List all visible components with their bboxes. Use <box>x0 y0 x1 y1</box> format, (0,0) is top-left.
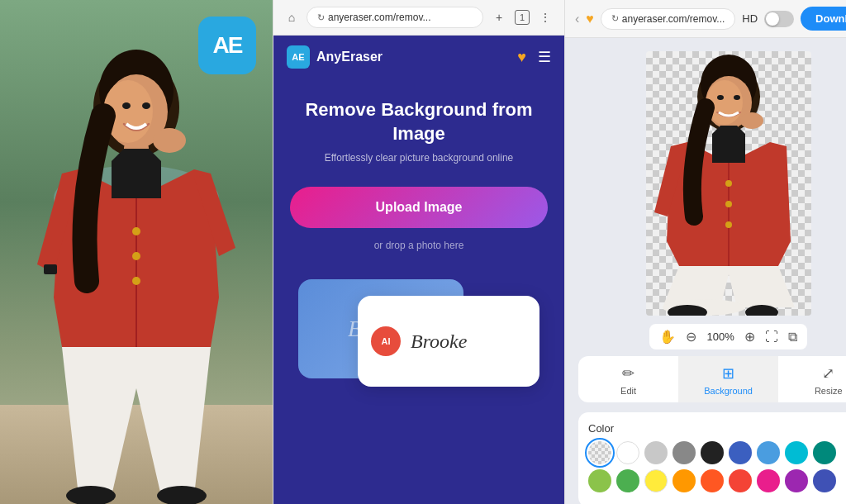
result-image <box>646 51 811 316</box>
desktop-url-text: anyeraser.com/remov... <box>622 13 725 25</box>
home-icon[interactable]: ⌂ <box>283 9 300 26</box>
download-button[interactable]: Download <box>801 7 846 31</box>
color-swatch-black[interactable] <box>701 441 724 464</box>
tab-resize-label: Resize <box>815 386 843 396</box>
color-swatch-teal[interactable] <box>813 441 836 464</box>
mobile-url-bar[interactable]: ↻ anyeraser.com/remov... <box>307 7 483 28</box>
desktop-url-bar[interactable]: ↻ anyeraser.com/remov... <box>601 8 736 30</box>
app-header-right: ♥ ☰ <box>517 48 551 66</box>
color-swatch-green[interactable] <box>616 469 639 492</box>
color-swatch-transparent[interactable] <box>588 441 611 464</box>
ai-badge: AI <box>371 326 401 356</box>
back-arrow-icon[interactable]: ‹ <box>575 12 579 26</box>
color-swatch-darkgray[interactable] <box>673 441 696 464</box>
color-swatch-blue1[interactable] <box>729 441 752 464</box>
svg-point-19 <box>717 95 724 100</box>
hand-icon[interactable]: ✋ <box>659 329 676 345</box>
card-front: AI Brooke <box>358 296 539 387</box>
ae-logo: AE <box>198 17 256 74</box>
ae-logo-text: AE <box>213 32 242 59</box>
color-row-2 <box>588 469 846 492</box>
zoom-out-icon[interactable]: ⊖ <box>686 329 696 345</box>
color-row-1 <box>588 441 846 464</box>
zoom-level-text: 100% <box>706 330 734 343</box>
color-panel: Color <box>578 412 846 504</box>
reload-icon: ↻ <box>317 12 325 23</box>
color-swatch-pink[interactable] <box>757 469 780 492</box>
tab-background-label: Background <box>704 386 753 396</box>
svg-point-25 <box>725 201 732 207</box>
tab-count-icon[interactable]: 1 <box>515 10 530 25</box>
tab-background[interactable]: ⊞ Background <box>678 356 778 402</box>
color-swatch-cyan[interactable] <box>785 441 808 464</box>
background-icon: ⊞ <box>722 364 734 383</box>
mobile-panel: ⌂ ↻ anyeraser.com/remov... + 1 ⋮ AE AnyE… <box>273 0 565 504</box>
desktop-panel: ‹ ♥ ↻ anyeraser.com/remov... HD Download <box>565 0 846 504</box>
tab-edit-label: Edit <box>620 386 636 396</box>
mobile-url-text: anyeraser.com/remov... <box>328 12 431 23</box>
color-swatch-yellow[interactable] <box>644 469 668 492</box>
edit-icon: ✏ <box>622 364 634 383</box>
desktop-reload-icon: ↻ <box>611 13 619 24</box>
app-main-title: Remove Background from Image <box>290 98 548 145</box>
desktop-nav-icons: ‹ <box>575 12 579 26</box>
app-header-left: AE AnyEraser <box>287 45 383 69</box>
color-swatch-white[interactable] <box>616 441 639 464</box>
tab-edit[interactable]: ✏ Edit <box>578 356 678 402</box>
svg-point-6 <box>153 128 186 153</box>
resize-icon: ⤢ <box>822 364 834 383</box>
svg-point-10 <box>132 252 140 260</box>
desktop-heart-icon[interactable]: ♥ <box>586 12 594 26</box>
color-swatch-blue2[interactable] <box>757 441 780 464</box>
mobile-browser-bar: ⌂ ↻ anyeraser.com/remov... + 1 ⋮ <box>273 0 564 36</box>
svg-point-20 <box>734 95 740 100</box>
color-panel-title: Color <box>588 422 846 435</box>
tab-resize[interactable]: ⤢ Resize <box>778 356 846 402</box>
svg-point-5 <box>142 102 150 109</box>
hamburger-icon[interactable]: ☰ <box>538 48 551 66</box>
bottom-tabs: ✏ Edit ⊞ Background ⤢ Resize <box>578 356 846 402</box>
app-main-subtitle: Effortlessly clear picture background on… <box>325 152 514 164</box>
color-swatch-indigo[interactable] <box>813 469 836 492</box>
color-swatch-redorange[interactable] <box>701 469 724 492</box>
split-icon[interactable]: ⧉ <box>788 330 797 345</box>
svg-point-21 <box>740 112 763 129</box>
sample-cards-area: Brooke AI Brooke <box>290 279 548 387</box>
photo-panel: AE <box>0 0 273 504</box>
svg-point-24 <box>725 180 732 187</box>
card-front-name: Brooke <box>411 330 467 353</box>
color-swatch-red[interactable] <box>729 469 752 492</box>
upload-image-button[interactable]: Upload Image <box>290 187 548 228</box>
app-header: AE AnyEraser ♥ ☰ <box>273 36 564 78</box>
drop-text: or drop a photo here <box>374 240 464 251</box>
heart-icon[interactable]: ♥ <box>517 49 526 66</box>
svg-point-11 <box>132 277 140 285</box>
svg-rect-14 <box>44 264 57 274</box>
hd-toggle[interactable] <box>764 11 794 27</box>
hd-toggle-area: HD <box>742 11 794 27</box>
color-swatch-purple[interactable] <box>785 469 808 492</box>
app-logo-small: AE <box>287 45 310 69</box>
desktop-browser-bar: ‹ ♥ ↻ anyeraser.com/remov... HD Download <box>565 0 846 38</box>
svg-point-9 <box>132 227 140 235</box>
app-name-label: AnyEraser <box>316 50 383 64</box>
svg-point-4 <box>122 102 131 109</box>
zoom-in-icon[interactable]: ⊕ <box>744 329 755 345</box>
desktop-app-content: ✋ ⊖ 100% ⊕ ⛶ ⧉ ✏ Edit ⊞ Background ⤢ Res… <box>565 38 846 504</box>
color-swatch-orange[interactable] <box>673 469 696 492</box>
fullscreen-icon[interactable]: ⛶ <box>765 330 778 345</box>
image-toolbar: ✋ ⊖ 100% ⊕ ⛶ ⧉ <box>649 324 806 349</box>
app-main-content: Remove Background from Image Effortlessl… <box>273 78 564 504</box>
svg-point-26 <box>725 221 732 228</box>
more-icon[interactable]: ⋮ <box>536 8 554 26</box>
color-swatch-lightgray[interactable] <box>644 441 668 464</box>
hd-label: HD <box>742 12 758 25</box>
color-swatch-lime[interactable] <box>588 469 611 492</box>
plus-icon[interactable]: + <box>490 8 508 26</box>
